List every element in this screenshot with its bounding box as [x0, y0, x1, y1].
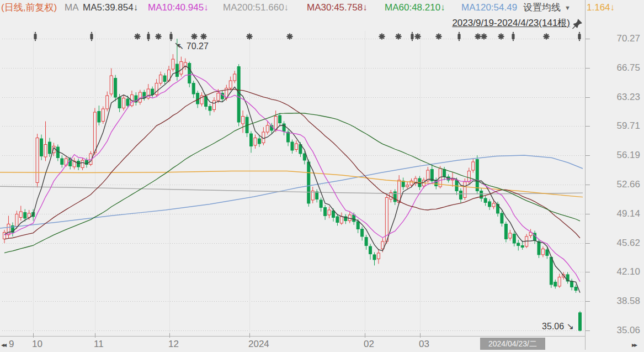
- ma-line-ma250: [0, 171, 583, 197]
- event-marker-pin-icon[interactable]: [411, 32, 413, 41]
- event-marker-star-icon[interactable]: [135, 34, 140, 39]
- high-annotation: ↖ 70.27: [177, 41, 209, 51]
- price-axis-label: 52.66: [588, 179, 640, 190]
- event-marker-pin-icon[interactable]: [457, 32, 460, 41]
- time-axis-label: 02: [364, 338, 374, 350]
- time-axis-label: 11: [94, 338, 104, 350]
- event-marker-pin-icon[interactable]: [147, 32, 150, 41]
- event-markers-layer[interactable]: [34, 32, 581, 41]
- event-marker-star-icon[interactable]: [544, 34, 549, 39]
- event-marker-star-icon[interactable]: [156, 34, 161, 39]
- time-axis-label: 9: [9, 338, 14, 350]
- time-axis-label: 12: [168, 338, 179, 350]
- ma10-value-label: MA10:40.945↓: [148, 2, 209, 14]
- price-axis-label: 45.62: [588, 238, 640, 249]
- ma-line-ma10: [4, 75, 580, 282]
- grid-layer: [2, 31, 590, 338]
- event-marker-pin-icon[interactable]: [578, 32, 581, 41]
- price-axis-label: 63.23: [588, 92, 640, 103]
- event-marker-star-icon[interactable]: [498, 34, 503, 39]
- event-marker-star-icon[interactable]: [436, 34, 441, 39]
- price-axis-label: 35.06: [588, 325, 640, 336]
- price-axis-label: 59.71: [588, 120, 640, 132]
- price-axis-label: 56.19: [588, 150, 640, 161]
- chart-canvas[interactable]: [0, 0, 644, 352]
- time-axis-label: 03: [419, 338, 429, 350]
- event-marker-star-icon[interactable]: [481, 34, 486, 39]
- price-axis-label: 42.10: [588, 266, 640, 277]
- time-axis-label: 2024: [248, 338, 269, 350]
- stock-chart-window: { "header": { "instrument_label": "(日线,前…: [0, 0, 644, 352]
- ma200-value-label: MA200:51.660↓: [223, 2, 289, 14]
- price-axis-label: 70.27: [588, 33, 640, 44]
- low-annotation: 35.06 ↘: [542, 321, 574, 332]
- date-range-label[interactable]: 2023/9/19-2024/4/23(141根): [452, 17, 570, 29]
- event-marker-pin-icon[interactable]: [90, 32, 93, 41]
- price-axis-label: 38.58: [588, 296, 640, 307]
- price-axis-label: 49.14: [588, 208, 640, 219]
- event-marker-star-icon[interactable]: [396, 34, 401, 39]
- frame-layer: [0, 0, 586, 350]
- instrument-label: (日线,前复权): [1, 2, 57, 14]
- event-marker-star-icon[interactable]: [247, 34, 252, 39]
- event-marker-star-icon[interactable]: [475, 34, 480, 39]
- ma120-value-label: MA120:54.49: [461, 2, 517, 14]
- set-ma-button[interactable]: 设置均线 ▼: [523, 2, 579, 14]
- event-marker-star-icon[interactable]: [415, 34, 420, 39]
- ma-line-ma5: [4, 66, 580, 292]
- ma250-partial-label: 1.164↓: [587, 2, 615, 14]
- ma60-value-label: MA60:48.210↓: [385, 2, 445, 14]
- ma5-value-label: MA5:39.854↓: [83, 2, 138, 14]
- scroll-left-button[interactable]: ◂◂: [1, 340, 6, 350]
- ma-short-lines-layer: [4, 66, 580, 292]
- event-marker-pin-icon[interactable]: [34, 32, 36, 41]
- event-marker-pin-icon[interactable]: [169, 32, 172, 41]
- time-axis-label: 10: [32, 338, 42, 350]
- event-marker-star-icon[interactable]: [201, 34, 206, 39]
- event-marker-star-icon[interactable]: [191, 34, 196, 39]
- ma-line-ma60: [4, 113, 580, 253]
- price-axis-label: 66.75: [588, 62, 640, 73]
- event-marker-star-icon[interactable]: [379, 34, 384, 39]
- event-marker-pin-icon[interactable]: [512, 32, 514, 41]
- ma30-value-label: MA30:45.758↓: [307, 2, 368, 14]
- chevron-down-icon: ▼: [565, 2, 571, 14]
- event-marker-star-icon[interactable]: [287, 34, 292, 39]
- scroll-right-button[interactable]: ▸▸: [632, 340, 636, 350]
- ma-group-label: MA: [65, 2, 79, 14]
- set-ma-button-label: 设置均线: [523, 2, 561, 14]
- pushpin-icon[interactable]: [572, 18, 583, 29]
- current-date-badge[interactable]: 2024/04/23/二: [480, 338, 545, 350]
